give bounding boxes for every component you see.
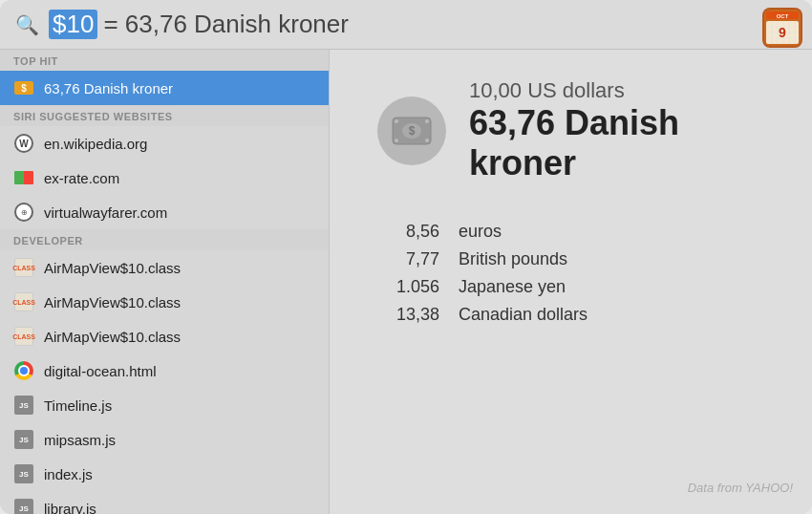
dev-item-label: Timeline.js [44, 397, 112, 414]
top-hit-label: 63,76 Danish kroner [44, 80, 173, 96]
js-icon: JS [13, 498, 34, 514]
js-icon: JS [13, 429, 34, 450]
svg-point-18 [395, 139, 398, 142]
list-item[interactable]: CLASS AirMapView$10.class [0, 250, 329, 285]
svg-text:9: 9 [779, 25, 786, 40]
wikipedia-icon: W [13, 133, 34, 154]
dev-item-label: library.js [44, 501, 96, 515]
conv-currency: Japanese yen [459, 277, 566, 297]
class-icon: CLASS [13, 257, 34, 278]
list-item[interactable]: digital-ocean.html [0, 353, 329, 388]
list-item[interactable]: JS index.js [0, 457, 329, 491]
calendar-app-icon[interactable]: OCT 9 [762, 8, 802, 48]
conversion-row: 7,77 British pounds [387, 249, 764, 269]
dev-item-label: AirMapView$10.class [44, 294, 181, 311]
section-siri-suggested: SIRI SUGGESTED WEBSITES [0, 105, 329, 126]
list-item[interactable]: W en.wikipedia.org [0, 126, 329, 161]
list-item[interactable]: ex-rate.com [0, 161, 329, 195]
svg-text:OCT: OCT [777, 13, 789, 19]
exrate-icon [13, 167, 34, 188]
dev-item-label: index.js [44, 466, 93, 482]
conv-currency: British pounds [459, 249, 567, 269]
dev-item-label: digital-ocean.html [44, 363, 157, 379]
compass-icon: ⊕ [13, 202, 34, 223]
svg-point-16 [395, 119, 398, 123]
spotlight-window: OCT 9 🔍 $10 = 63,76 Danish kroner TOP HI… [0, 0, 812, 514]
conv-amount: 7,77 [387, 249, 439, 269]
data-source: Data from YAHOO! [688, 481, 793, 495]
svg-point-19 [425, 139, 429, 142]
chrome-icon [13, 360, 34, 381]
list-item[interactable]: JS Timeline.js [0, 388, 329, 422]
list-item[interactable]: JS library.js [0, 491, 329, 514]
money-icon-circle: $ [377, 96, 446, 165]
class-icon: CLASS [13, 326, 34, 347]
right-panel: $ 10,00 US dollars 63,76 Danish kroner 8… [330, 50, 812, 514]
siri-item-label: ex-rate.com [44, 170, 119, 186]
left-panel: TOP HIT 63,76 Danish kroner SIRI SUGGEST… [0, 50, 330, 514]
conversion-main: 10,00 US dollars 63,76 Danish kroner [469, 78, 764, 183]
dev-item-label: AirMapView$10.class [44, 329, 181, 345]
list-item[interactable]: CLASS AirMapView$10.class [0, 319, 329, 353]
conversion-header: $ 10,00 US dollars 63,76 Danish kroner [377, 78, 764, 183]
list-item[interactable]: CLASS AirMapView$10.class [0, 285, 329, 319]
conv-amount: 13,38 [387, 305, 439, 325]
conversion-row: 8,56 euros [387, 222, 764, 242]
conversion-to: 63,76 Danish kroner [469, 103, 764, 183]
dev-item-label: mipsasm.js [44, 432, 116, 448]
section-top-hit: TOP HIT [0, 50, 329, 71]
conv-amount: 8,56 [387, 222, 439, 242]
section-developer: DEVELOPER [0, 229, 329, 250]
search-query: $10 = 63,76 Danish kroner [49, 10, 349, 39]
dev-item-label: AirMapView$10.class [44, 260, 181, 276]
js-icon: JS [13, 395, 34, 416]
currency-icon [13, 77, 34, 98]
search-icon: 🔍 [15, 13, 39, 36]
top-hit-item[interactable]: 63,76 Danish kroner [0, 71, 329, 105]
class-icon: CLASS [13, 291, 34, 312]
search-result-preview: = 63,76 Danish kroner [103, 10, 349, 39]
conversion-row: 13,38 Canadian dollars [387, 305, 764, 325]
money-icon: $ [391, 114, 433, 148]
list-item[interactable]: JS mipsasm.js [0, 422, 329, 457]
content-area: TOP HIT 63,76 Danish kroner SIRI SUGGEST… [0, 50, 812, 514]
svg-text:$: $ [409, 124, 416, 138]
js-icon: JS [13, 463, 34, 484]
list-item[interactable]: ⊕ virtualwayfarer.com [0, 195, 329, 229]
calendar-icon: OCT 9 [764, 10, 801, 46]
conv-amount: 1.056 [387, 277, 439, 297]
svg-point-17 [425, 119, 429, 123]
siri-item-label: virtualwayfarer.com [44, 204, 167, 221]
siri-item-label: en.wikipedia.org [44, 136, 147, 152]
search-amount[interactable]: $10 [49, 10, 97, 39]
conv-currency: euros [459, 222, 502, 242]
conversion-list: 8,56 euros 7,77 British pounds 1.056 Jap… [377, 222, 764, 325]
conversion-from: 10,00 US dollars [469, 78, 764, 103]
conversion-row: 1.056 Japanese yen [387, 277, 764, 297]
search-bar: 🔍 $10 = 63,76 Danish kroner [0, 0, 812, 50]
conv-currency: Canadian dollars [459, 305, 588, 325]
